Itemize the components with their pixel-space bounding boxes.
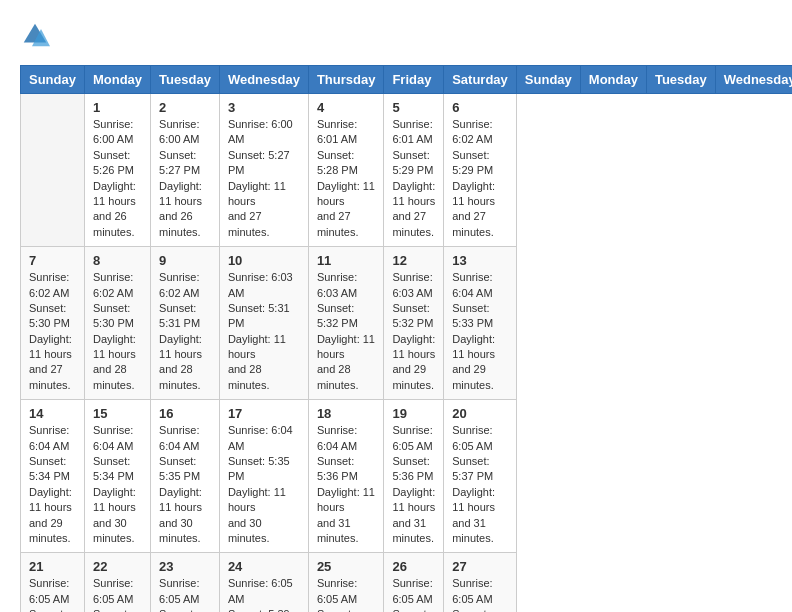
cell-content: Sunrise: 6:05 AMSunset: 5:37 PMDaylight:… bbox=[29, 576, 76, 612]
day-number: 25 bbox=[317, 559, 376, 574]
day-number: 15 bbox=[93, 406, 142, 421]
cell-content: Sunrise: 6:00 AMSunset: 5:27 PMDaylight:… bbox=[228, 117, 300, 240]
day-number: 5 bbox=[392, 100, 435, 115]
cell-content: Sunrise: 6:03 AMSunset: 5:32 PMDaylight:… bbox=[317, 270, 376, 393]
calendar-cell: 12Sunrise: 6:03 AMSunset: 5:32 PMDayligh… bbox=[384, 247, 444, 400]
cell-content: Sunrise: 6:01 AMSunset: 5:29 PMDaylight:… bbox=[392, 117, 435, 240]
calendar-week-3: 14Sunrise: 6:04 AMSunset: 5:34 PMDayligh… bbox=[21, 400, 793, 553]
cell-content: Sunrise: 6:05 AMSunset: 5:37 PMDaylight:… bbox=[452, 423, 508, 546]
day-header-wednesday: Wednesday bbox=[715, 66, 792, 94]
calendar-cell: 4Sunrise: 6:01 AMSunset: 5:28 PMDaylight… bbox=[308, 94, 384, 247]
cell-content: Sunrise: 6:04 AMSunset: 5:34 PMDaylight:… bbox=[93, 423, 142, 546]
day-number: 4 bbox=[317, 100, 376, 115]
cell-content: Sunrise: 6:05 AMSunset: 5:40 PMDaylight:… bbox=[452, 576, 508, 612]
logo-icon bbox=[20, 20, 50, 50]
day-header-wednesday: Wednesday bbox=[219, 66, 308, 94]
day-number: 22 bbox=[93, 559, 142, 574]
day-header-saturday: Saturday bbox=[444, 66, 517, 94]
calendar-header-row: SundayMondayTuesdayWednesdayThursdayFrid… bbox=[21, 66, 793, 94]
calendar-cell: 27Sunrise: 6:05 AMSunset: 5:40 PMDayligh… bbox=[444, 553, 517, 612]
calendar-cell: 22Sunrise: 6:05 AMSunset: 5:38 PMDayligh… bbox=[84, 553, 150, 612]
cell-content: Sunrise: 6:02 AMSunset: 5:31 PMDaylight:… bbox=[159, 270, 211, 393]
calendar-cell bbox=[21, 94, 85, 247]
cell-content: Sunrise: 6:02 AMSunset: 5:30 PMDaylight:… bbox=[93, 270, 142, 393]
day-header-monday: Monday bbox=[580, 66, 646, 94]
day-number: 10 bbox=[228, 253, 300, 268]
day-number: 20 bbox=[452, 406, 508, 421]
day-number: 11 bbox=[317, 253, 376, 268]
day-header-sunday: Sunday bbox=[21, 66, 85, 94]
cell-content: Sunrise: 6:02 AMSunset: 5:29 PMDaylight:… bbox=[452, 117, 508, 240]
day-number: 9 bbox=[159, 253, 211, 268]
day-number: 6 bbox=[452, 100, 508, 115]
calendar-cell: 16Sunrise: 6:04 AMSunset: 5:35 PMDayligh… bbox=[151, 400, 220, 553]
cell-content: Sunrise: 6:03 AMSunset: 5:32 PMDaylight:… bbox=[392, 270, 435, 393]
day-number: 12 bbox=[392, 253, 435, 268]
cell-content: Sunrise: 6:05 AMSunset: 5:39 PMDaylight:… bbox=[317, 576, 376, 612]
calendar-cell: 17Sunrise: 6:04 AMSunset: 5:35 PMDayligh… bbox=[219, 400, 308, 553]
day-number: 2 bbox=[159, 100, 211, 115]
cell-content: Sunrise: 6:05 AMSunset: 5:39 PMDaylight:… bbox=[228, 576, 300, 612]
day-number: 23 bbox=[159, 559, 211, 574]
cell-content: Sunrise: 6:05 AMSunset: 5:40 PMDaylight:… bbox=[392, 576, 435, 612]
day-number: 16 bbox=[159, 406, 211, 421]
calendar-cell: 23Sunrise: 6:05 AMSunset: 5:38 PMDayligh… bbox=[151, 553, 220, 612]
calendar-week-2: 7Sunrise: 6:02 AMSunset: 5:30 PMDaylight… bbox=[21, 247, 793, 400]
day-header-tuesday: Tuesday bbox=[151, 66, 220, 94]
day-header-tuesday: Tuesday bbox=[646, 66, 715, 94]
cell-content: Sunrise: 6:01 AMSunset: 5:28 PMDaylight:… bbox=[317, 117, 376, 240]
day-header-monday: Monday bbox=[84, 66, 150, 94]
calendar-cell: 9Sunrise: 6:02 AMSunset: 5:31 PMDaylight… bbox=[151, 247, 220, 400]
day-number: 19 bbox=[392, 406, 435, 421]
day-number: 27 bbox=[452, 559, 508, 574]
day-number: 21 bbox=[29, 559, 76, 574]
day-header-sunday: Sunday bbox=[516, 66, 580, 94]
calendar-week-1: 1Sunrise: 6:00 AMSunset: 5:26 PMDaylight… bbox=[21, 94, 793, 247]
calendar-cell: 13Sunrise: 6:04 AMSunset: 5:33 PMDayligh… bbox=[444, 247, 517, 400]
day-number: 8 bbox=[93, 253, 142, 268]
day-number: 13 bbox=[452, 253, 508, 268]
day-number: 1 bbox=[93, 100, 142, 115]
cell-content: Sunrise: 6:03 AMSunset: 5:31 PMDaylight:… bbox=[228, 270, 300, 393]
cell-content: Sunrise: 6:04 AMSunset: 5:36 PMDaylight:… bbox=[317, 423, 376, 546]
day-number: 26 bbox=[392, 559, 435, 574]
day-header-thursday: Thursday bbox=[308, 66, 384, 94]
cell-content: Sunrise: 6:04 AMSunset: 5:34 PMDaylight:… bbox=[29, 423, 76, 546]
logo bbox=[20, 20, 54, 50]
cell-content: Sunrise: 6:05 AMSunset: 5:36 PMDaylight:… bbox=[392, 423, 435, 546]
calendar-cell: 19Sunrise: 6:05 AMSunset: 5:36 PMDayligh… bbox=[384, 400, 444, 553]
calendar-cell: 14Sunrise: 6:04 AMSunset: 5:34 PMDayligh… bbox=[21, 400, 85, 553]
cell-content: Sunrise: 6:00 AMSunset: 5:27 PMDaylight:… bbox=[159, 117, 211, 240]
page-header bbox=[20, 20, 772, 50]
calendar-cell: 11Sunrise: 6:03 AMSunset: 5:32 PMDayligh… bbox=[308, 247, 384, 400]
calendar-week-4: 21Sunrise: 6:05 AMSunset: 5:37 PMDayligh… bbox=[21, 553, 793, 612]
cell-content: Sunrise: 6:02 AMSunset: 5:30 PMDaylight:… bbox=[29, 270, 76, 393]
cell-content: Sunrise: 6:00 AMSunset: 5:26 PMDaylight:… bbox=[93, 117, 142, 240]
day-number: 17 bbox=[228, 406, 300, 421]
cell-content: Sunrise: 6:04 AMSunset: 5:35 PMDaylight:… bbox=[159, 423, 211, 546]
calendar-cell: 6Sunrise: 6:02 AMSunset: 5:29 PMDaylight… bbox=[444, 94, 517, 247]
calendar-table: SundayMondayTuesdayWednesdayThursdayFrid… bbox=[20, 65, 792, 612]
calendar-cell: 8Sunrise: 6:02 AMSunset: 5:30 PMDaylight… bbox=[84, 247, 150, 400]
calendar-cell: 5Sunrise: 6:01 AMSunset: 5:29 PMDaylight… bbox=[384, 94, 444, 247]
calendar-cell: 10Sunrise: 6:03 AMSunset: 5:31 PMDayligh… bbox=[219, 247, 308, 400]
calendar-cell: 21Sunrise: 6:05 AMSunset: 5:37 PMDayligh… bbox=[21, 553, 85, 612]
calendar-cell: 15Sunrise: 6:04 AMSunset: 5:34 PMDayligh… bbox=[84, 400, 150, 553]
calendar-cell: 20Sunrise: 6:05 AMSunset: 5:37 PMDayligh… bbox=[444, 400, 517, 553]
calendar-cell: 26Sunrise: 6:05 AMSunset: 5:40 PMDayligh… bbox=[384, 553, 444, 612]
cell-content: Sunrise: 6:05 AMSunset: 5:38 PMDaylight:… bbox=[159, 576, 211, 612]
cell-content: Sunrise: 6:05 AMSunset: 5:38 PMDaylight:… bbox=[93, 576, 142, 612]
day-number: 18 bbox=[317, 406, 376, 421]
day-number: 7 bbox=[29, 253, 76, 268]
cell-content: Sunrise: 6:04 AMSunset: 5:35 PMDaylight:… bbox=[228, 423, 300, 546]
day-number: 3 bbox=[228, 100, 300, 115]
calendar-cell: 7Sunrise: 6:02 AMSunset: 5:30 PMDaylight… bbox=[21, 247, 85, 400]
cell-content: Sunrise: 6:04 AMSunset: 5:33 PMDaylight:… bbox=[452, 270, 508, 393]
calendar-cell: 3Sunrise: 6:00 AMSunset: 5:27 PMDaylight… bbox=[219, 94, 308, 247]
day-number: 14 bbox=[29, 406, 76, 421]
day-header-friday: Friday bbox=[384, 66, 444, 94]
calendar-cell: 25Sunrise: 6:05 AMSunset: 5:39 PMDayligh… bbox=[308, 553, 384, 612]
day-number: 24 bbox=[228, 559, 300, 574]
calendar-cell: 2Sunrise: 6:00 AMSunset: 5:27 PMDaylight… bbox=[151, 94, 220, 247]
calendar-cell: 1Sunrise: 6:00 AMSunset: 5:26 PMDaylight… bbox=[84, 94, 150, 247]
